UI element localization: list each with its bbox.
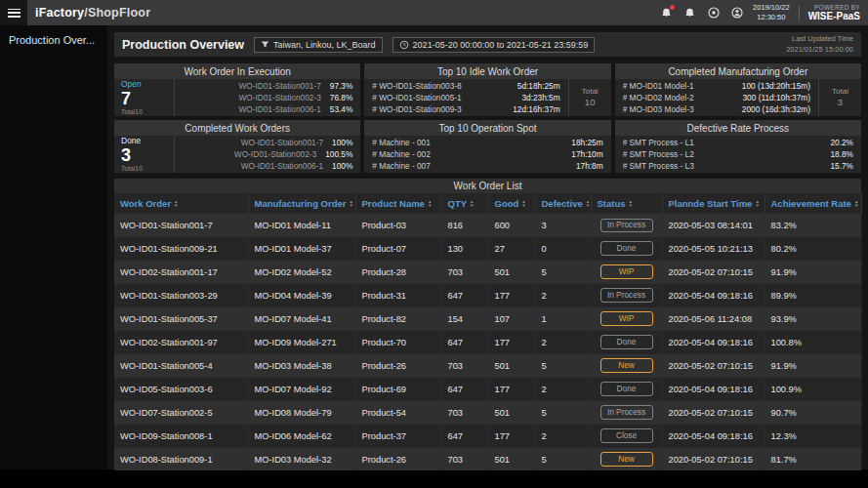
column-header[interactable]: QTY▲▼ bbox=[441, 193, 488, 214]
status-badge: Done bbox=[600, 335, 653, 349]
last-updated-value: 2021/01/25 15:00:00 bbox=[786, 45, 853, 55]
page-title: Production Overview bbox=[122, 38, 244, 52]
item-value: 12d:16h:37m bbox=[513, 103, 559, 115]
cell-qty: 647 bbox=[441, 425, 488, 448]
cell-qty: 703 bbox=[441, 401, 488, 425]
cell-rate: 81.7% bbox=[765, 448, 861, 471]
cell-status: New bbox=[591, 354, 662, 378]
column-header[interactable]: Defective▲▼ bbox=[535, 193, 591, 214]
table-row[interactable]: WO-ID01-Station001-7MO-ID01 Model-11Prod… bbox=[114, 214, 861, 237]
list-item: # Machine - 00217h:10m bbox=[372, 148, 602, 160]
cell-start: 2020-05-04 09:18:16 bbox=[662, 284, 765, 307]
item-value: 76.8% bbox=[330, 92, 353, 103]
table-row[interactable]: WO-ID02-Station001-17MO-ID02 Model-52Pro… bbox=[114, 261, 861, 284]
cell-mo: MO-ID01 Model-11 bbox=[248, 214, 355, 237]
table-row[interactable]: WO-ID08-Station009-1MO-ID03 Model-32Prod… bbox=[114, 448, 861, 471]
sidebar-item-production-overview[interactable]: Production Over... bbox=[0, 25, 107, 55]
sort-icon[interactable]: ▲▼ bbox=[854, 200, 858, 209]
column-header[interactable]: Good▲▼ bbox=[488, 193, 535, 214]
column-label: Defective bbox=[542, 198, 583, 209]
app-title-main: iFactory bbox=[35, 6, 84, 20]
cell-defective: 5 bbox=[535, 448, 591, 471]
table-row[interactable]: WO-ID02-Station001-97MO-ID09 Model-271Pr… bbox=[114, 331, 861, 354]
operation-spot-list: # Machine - 00118h:25m # Machine - 00217… bbox=[364, 136, 610, 173]
table-row[interactable]: WO-ID01-Station003-29MO-ID04 Model-39Pro… bbox=[114, 284, 861, 307]
item-value: 15.7% bbox=[830, 160, 853, 172]
sort-icon[interactable]: ▲▼ bbox=[428, 200, 432, 209]
table-row[interactable]: WO-ID01-Station009-21MO-ID01 Model-37Pro… bbox=[114, 237, 861, 261]
main-content: Production Overview Taiwan, Linkou, LK_B… bbox=[107, 25, 868, 469]
cell-work_order: WO-ID01-Station003-29 bbox=[114, 284, 248, 307]
cell-good: 177 bbox=[488, 331, 535, 354]
cell-mo: MO-ID07 Model-41 bbox=[248, 307, 355, 331]
work-order-table-body: WO-ID01-Station001-7MO-ID01 Model-11Prod… bbox=[114, 214, 861, 470]
stat-count: 7 bbox=[121, 90, 167, 108]
cell-good: 107 bbox=[488, 307, 535, 331]
status-badge: Close bbox=[600, 428, 653, 443]
panel-title: Completed Work Orders bbox=[114, 120, 360, 136]
table-row[interactable]: WO-ID01-Station005-37MO-ID07 Model-41Pro… bbox=[114, 307, 861, 331]
cell-work_order: WO-ID01-Station005-4 bbox=[114, 354, 248, 378]
panel-title: Completed Manufacturing Order bbox=[615, 63, 861, 79]
cell-rate: 89.9% bbox=[765, 284, 861, 307]
cell-product: Product-26 bbox=[355, 448, 441, 471]
table-row[interactable]: WO-ID09-Station008-1MO-ID06 Model-62Prod… bbox=[114, 425, 861, 448]
cell-product: Product-69 bbox=[355, 378, 441, 401]
sort-icon[interactable]: ▲▼ bbox=[755, 200, 759, 209]
topbar-divider bbox=[799, 6, 800, 20]
item-value: 18.8% bbox=[830, 148, 853, 160]
list-item: WO-ID01-Station006-1100% bbox=[183, 160, 352, 172]
list-item: # Machine - 00118h:25m bbox=[372, 137, 602, 148]
completed-wo-list: WO-ID01-Station001-7100% WO-ID01-Station… bbox=[175, 136, 360, 173]
execution-list: WO-ID01-Station001-797.3% WO-ID01-Statio… bbox=[175, 79, 360, 116]
sort-icon[interactable]: ▲▼ bbox=[521, 200, 525, 209]
powered-by: POWERED BY WISE-PaaS bbox=[808, 4, 860, 22]
list-item: WO-ID01-Station002-376.8% bbox=[183, 92, 352, 103]
open-stat: Open 7 Total10 bbox=[114, 79, 175, 116]
list-item: # MO-ID03 Model-32000 (16d:3h:32m) bbox=[623, 103, 810, 115]
bell-icon[interactable] bbox=[682, 6, 697, 20]
sort-icon[interactable]: ▲▼ bbox=[349, 200, 352, 209]
panel-title: Top 10 Idle Work Order bbox=[364, 63, 610, 79]
kpi-panels: Work Order In Execution Open 7 Total10 W… bbox=[114, 63, 861, 173]
column-label: Work Order bbox=[120, 198, 171, 209]
cell-start: 2020-05-04 09:18:16 bbox=[662, 331, 765, 354]
cell-product: Product-31 bbox=[355, 284, 441, 307]
column-header[interactable]: Work Order▲▼ bbox=[114, 193, 248, 214]
cell-mo: MO-ID06 Model-62 bbox=[248, 425, 355, 448]
sort-icon[interactable]: ▲▼ bbox=[174, 200, 178, 209]
list-item: # SMT Process - L218.8% bbox=[623, 148, 853, 160]
cell-start: 2020-05-05 10:21:13 bbox=[662, 237, 765, 261]
app-title-sub: /ShopFloor bbox=[84, 6, 150, 20]
date-range-filter[interactable]: 2021-05-20 00:00:00 to 2021-05-21 23:59:… bbox=[393, 37, 596, 53]
sort-icon[interactable]: ▲▼ bbox=[629, 200, 633, 209]
sort-icon[interactable]: ▲▼ bbox=[470, 200, 474, 209]
location-filter[interactable]: Taiwan, Linkou, LK_Board bbox=[254, 37, 383, 53]
column-header[interactable]: Plannde Start Time▲▼ bbox=[662, 193, 765, 214]
eye-icon[interactable] bbox=[706, 6, 721, 20]
status-badge: New bbox=[600, 358, 653, 373]
menu-button[interactable] bbox=[0, 0, 27, 25]
status-badge: In Process bbox=[600, 405, 653, 420]
sort-icon[interactable]: ▲▼ bbox=[586, 200, 590, 209]
list-item: # WO-ID01-Station005-13d:23h:5m bbox=[372, 92, 559, 103]
table-header-row: Work Order▲▼Manufacturing Order▲▼Product… bbox=[114, 193, 861, 214]
cell-rate: 12.3% bbox=[765, 425, 861, 448]
cell-mo: MO-ID08 Model-79 bbox=[248, 401, 355, 425]
completed-mo-list: # MO-ID01 Model-1100 (13d:20h:15m) # MO-… bbox=[615, 79, 818, 116]
table-row[interactable]: WO-ID01-Station005-4MO-ID03 Model-38Prod… bbox=[114, 354, 861, 378]
column-header[interactable]: Status▲▼ bbox=[591, 193, 662, 214]
cell-status: New bbox=[591, 448, 662, 471]
column-header[interactable]: Achievement Rate▲▼ bbox=[765, 193, 861, 214]
cell-good: 501 bbox=[488, 401, 535, 425]
notification-dot bbox=[670, 5, 675, 10]
cell-rate: 100.8% bbox=[765, 331, 861, 354]
table-row[interactable]: WO-ID07-Station002-5MO-ID08 Model-79Prod… bbox=[114, 401, 861, 425]
user-icon[interactable] bbox=[729, 6, 744, 20]
item-value: 2000 (16d:3h:32m) bbox=[742, 103, 810, 115]
cell-qty: 703 bbox=[441, 354, 488, 378]
column-header[interactable]: Product Name▲▼ bbox=[355, 193, 441, 214]
bell-alert-icon[interactable] bbox=[659, 6, 674, 20]
table-row[interactable]: WO-ID05-Station003-6MO-ID07 Model-92Prod… bbox=[114, 378, 861, 401]
column-header[interactable]: Manufacturing Order▲▼ bbox=[248, 193, 355, 214]
